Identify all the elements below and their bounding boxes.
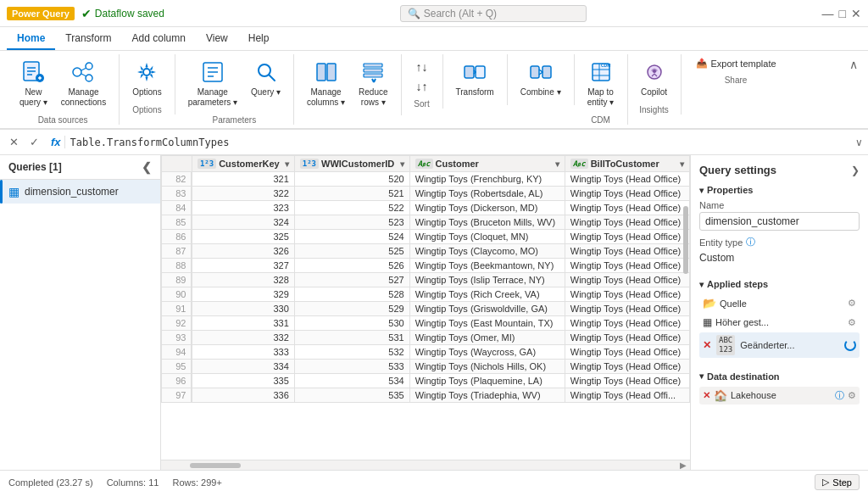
step-hoeher-label: Höher gest... [715,317,844,327]
columns-group-label [301,114,393,115]
tab-view[interactable]: View [196,27,238,50]
share-group-label: Share [688,74,784,85]
horizontal-scroll-bar[interactable]: ▶ [161,460,690,470]
formula-expand-button[interactable]: ∨ [855,137,863,148]
ribbon-group-cdm: CDM Map toentity ▾ CDM [575,54,628,125]
wwicustomerid-cell: 526 [294,259,409,273]
customerkey-cell: 327 [192,259,294,273]
sort-descending-button[interactable]: ↓↑ [409,77,436,96]
customerkey-cell: 334 [192,360,294,374]
tab-transform[interactable]: Transform [55,27,121,50]
customerkey-filter[interactable]: ▾ [285,159,289,169]
billtocustomer-cell: Wingtip Toys (Head Office) [565,201,689,215]
formula-input[interactable] [70,137,850,148]
copilot-button[interactable]: Copilot [635,54,674,102]
sort-asc-icon: ↑↓ [416,60,428,74]
scroll-indicator[interactable] [683,206,688,274]
export-template-button[interactable]: 📤 Export template [688,54,784,72]
settings-expand-button[interactable]: ❯ [851,165,860,176]
parameters-group-label: Parameters [182,114,287,125]
wwicustomerid-cell: 529 [294,302,409,316]
column-header-customer[interactable]: Aᵦc Customer ▾ [409,156,565,172]
step-label: Step [832,477,852,488]
sort-ascending-button[interactable]: ↑↓ [409,58,436,76]
data-table-wrapper[interactable]: 1²3 CustomerKey ▾ 1²3 WWICustomerID ▾ [161,155,690,460]
manage-columns-button[interactable]: Managecolumns ▾ [301,54,351,112]
collapse-ribbon-button[interactable]: ∧ [846,54,861,75]
customer-cell: Wingtip Toys (Griswoldville, GA) [409,302,565,316]
map-to-entity-label: Map toentity ▾ [587,87,615,108]
reduce-rows-button[interactable]: Reducerows ▾ [353,54,393,112]
data-table: 1²3 CustomerKey ▾ 1²3 WWICustomerID ▾ [161,155,690,403]
destination-gear-button[interactable]: ⚙ [848,390,856,401]
combine-button[interactable]: Combine ▾ [515,54,567,102]
billtocustomer-filter[interactable]: ▾ [680,159,684,169]
maximize-button[interactable]: □ [839,7,846,20]
settings-title: Query settings [699,164,776,176]
name-input[interactable] [699,212,860,231]
applied-steps-title[interactable]: Applied steps [699,279,860,289]
map-to-entity-button[interactable]: CDM Map toentity ▾ [581,54,620,112]
row-number-cell: 92 [162,316,192,331]
row-number-cell: 87 [162,244,192,259]
svg-rect-23 [364,74,382,77]
customer-filter[interactable]: ▾ [555,159,559,169]
minimize-button[interactable]: — [822,7,834,20]
step-quelle-gear[interactable]: ⚙ [848,298,856,309]
transform-button[interactable]: Transform [450,54,500,102]
entity-type-info-icon[interactable]: ⓘ [746,236,755,248]
formula-confirm-button[interactable]: ✓ [25,134,42,151]
tab-home[interactable]: Home [7,27,55,50]
customer-cell: Wingtip Toys (Dickerson, MD) [409,201,565,215]
data-destination-label: Data destination [707,371,780,382]
customer-cell: Wingtip Toys (Claycomo, MO) [409,244,565,259]
formula-cancel-button[interactable]: ✕ [5,134,22,151]
customerkey-cell: 329 [192,287,294,302]
customerkey-cell: 322 [192,187,294,201]
options-button[interactable]: Options [126,54,167,102]
column-header-wwicustomerid[interactable]: 1²3 WWICustomerID ▾ [294,156,409,172]
step-button[interactable]: ▷ Step [815,474,860,490]
wwicustomerid-filter[interactable]: ▾ [400,159,404,169]
step-quelle-label: Quelle [720,299,844,309]
column-header-billtocustomer[interactable]: Aᵦc BillToCustomer ▾ [565,156,689,172]
queries-collapse-button[interactable]: ❮ [142,160,152,174]
query-button[interactable]: Query ▾ [245,54,287,102]
options-icon [133,59,160,86]
svg-line-11 [81,74,86,76]
wwicustomerid-cell: 527 [294,273,409,287]
step-hoeher[interactable]: ▦ Höher gest... ⚙ [699,314,860,331]
new-query-button[interactable]: Newquery ▾ [14,54,53,112]
manage-connections-button[interactable]: Manageconnections [55,54,112,112]
step-geaenderter[interactable]: ✕ ABC123 Geänderter... [699,332,860,358]
tab-help[interactable]: Help [238,27,280,50]
query-item[interactable]: ▦ dimension_customer [0,180,160,204]
svg-rect-26 [465,66,474,78]
data-destination-title[interactable]: Data destination [699,371,860,382]
destination-remove-button[interactable]: ✕ [703,390,710,401]
close-button[interactable]: ✕ [851,7,861,20]
step-hoeher-gear[interactable]: ⚙ [848,317,856,328]
search-bar[interactable]: 🔍 Search (Alt + Q) [400,5,587,22]
step-quelle[interactable]: 📂 Quelle ⚙ [699,294,860,312]
ribbon-group-combine: Combine ▾ [508,54,575,105]
title-bar-left: Power Query ✔ Dataflow saved [7,7,164,20]
destination-info-button[interactable]: ⓘ [835,389,844,402]
row-number-cell: 90 [162,287,192,302]
properties-section-title[interactable]: Properties [699,185,860,195]
new-query-icon [19,59,47,86]
scroll-right-arrow[interactable]: ▶ [680,460,687,470]
manage-parameters-button[interactable]: Manageparameters ▾ [182,54,243,112]
ribbon-group-data-sources: Newquery ▾ Manageconnections Data source… [7,54,120,125]
combine-label: Combine ▾ [520,87,561,98]
table-row: 92 331 530 Wingtip Toys (East Mountain, … [162,316,690,331]
wwicustomerid-cell: 523 [294,215,409,230]
main-layout: Queries [1] ❮ ▦ dimension_customer 1²3 [0,155,868,470]
tab-add-column[interactable]: Add column [122,27,196,50]
query-label: Query ▾ [251,87,281,98]
step-geaenderter-x[interactable]: ✕ [703,339,711,351]
wwicustomerid-col-label: WWICustomerID [321,159,394,169]
billtocustomer-cell: Wingtip Toys (Head Office) [565,215,689,230]
transform-label: Transform [456,87,494,98]
column-header-customerkey[interactable]: 1²3 CustomerKey ▾ [192,156,294,172]
